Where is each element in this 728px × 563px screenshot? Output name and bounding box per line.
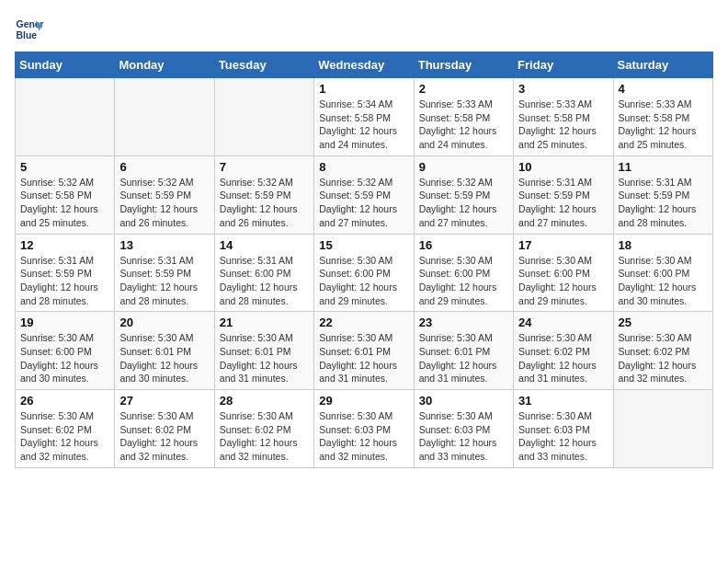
calendar-cell — [214, 78, 313, 156]
day-number: 26 — [20, 394, 109, 408]
day-number: 10 — [518, 160, 608, 174]
calendar-cell: 19Sunrise: 5:30 AM Sunset: 6:00 PM Dayli… — [16, 312, 115, 390]
day-number: 16 — [419, 238, 508, 252]
day-info: Sunrise: 5:30 AM Sunset: 6:02 PM Dayligh… — [619, 331, 708, 385]
day-number: 22 — [319, 316, 408, 329]
calendar-cell: 21Sunrise: 5:30 AM Sunset: 6:01 PM Dayli… — [214, 312, 313, 390]
day-info: Sunrise: 5:30 AM Sunset: 6:01 PM Dayligh… — [419, 331, 508, 385]
calendar-cell: 24Sunrise: 5:30 AM Sunset: 6:02 PM Dayli… — [514, 312, 613, 390]
calendar-cell: 7Sunrise: 5:32 AM Sunset: 5:59 PM Daylig… — [214, 155, 313, 234]
day-number: 17 — [518, 238, 608, 252]
weekday-header-thursday: Thursday — [414, 52, 513, 78]
day-info: Sunrise: 5:30 AM Sunset: 6:02 PM Dayligh… — [119, 409, 209, 464]
day-number: 14 — [220, 238, 309, 252]
logo: General Blue — [15, 15, 48, 44]
calendar-cell: 1Sunrise: 5:34 AM Sunset: 5:58 PM Daylig… — [314, 78, 414, 156]
day-info: Sunrise: 5:32 AM Sunset: 5:59 PM Dayligh… — [319, 176, 408, 230]
calendar-cell: 9Sunrise: 5:32 AM Sunset: 5:59 PM Daylig… — [414, 155, 513, 234]
calendar-cell: 15Sunrise: 5:30 AM Sunset: 6:00 PM Dayli… — [314, 234, 414, 312]
svg-text:Blue: Blue — [17, 30, 38, 40]
day-info: Sunrise: 5:30 AM Sunset: 6:02 PM Dayligh… — [518, 331, 608, 385]
weekday-header-tuesday: Tuesday — [214, 52, 313, 78]
day-number: 21 — [220, 316, 309, 329]
calendar-cell: 2Sunrise: 5:33 AM Sunset: 5:58 PM Daylig… — [414, 78, 513, 156]
day-info: Sunrise: 5:33 AM Sunset: 5:58 PM Dayligh… — [619, 98, 708, 152]
day-number: 13 — [119, 238, 209, 252]
day-info: Sunrise: 5:30 AM Sunset: 6:03 PM Dayligh… — [419, 409, 508, 464]
day-info: Sunrise: 5:30 AM Sunset: 6:00 PM Dayligh… — [619, 254, 708, 308]
calendar-cell: 18Sunrise: 5:30 AM Sunset: 6:00 PM Dayli… — [613, 234, 712, 312]
day-info: Sunrise: 5:31 AM Sunset: 6:00 PM Dayligh… — [220, 254, 309, 308]
day-info: Sunrise: 5:32 AM Sunset: 5:59 PM Dayligh… — [419, 176, 508, 230]
day-info: Sunrise: 5:31 AM Sunset: 5:59 PM Dayligh… — [20, 254, 109, 308]
day-info: Sunrise: 5:30 AM Sunset: 6:01 PM Dayligh… — [319, 331, 408, 385]
day-info: Sunrise: 5:34 AM Sunset: 5:58 PM Dayligh… — [319, 98, 408, 152]
calendar-cell: 17Sunrise: 5:30 AM Sunset: 6:00 PM Dayli… — [514, 234, 613, 312]
day-number: 6 — [119, 160, 209, 174]
day-info: Sunrise: 5:32 AM Sunset: 5:59 PM Dayligh… — [220, 176, 309, 230]
calendar-cell: 3Sunrise: 5:33 AM Sunset: 5:58 PM Daylig… — [514, 78, 613, 156]
calendar-cell — [115, 78, 214, 156]
day-info: Sunrise: 5:31 AM Sunset: 5:59 PM Dayligh… — [619, 176, 708, 230]
calendar-cell: 28Sunrise: 5:30 AM Sunset: 6:02 PM Dayli… — [214, 390, 313, 468]
day-info: Sunrise: 5:30 AM Sunset: 6:00 PM Dayligh… — [419, 254, 508, 308]
calendar-cell: 27Sunrise: 5:30 AM Sunset: 6:02 PM Dayli… — [115, 390, 214, 468]
calendar-cell: 25Sunrise: 5:30 AM Sunset: 6:02 PM Dayli… — [613, 312, 712, 390]
calendar-cell: 29Sunrise: 5:30 AM Sunset: 6:03 PM Dayli… — [314, 390, 414, 468]
calendar-cell: 14Sunrise: 5:31 AM Sunset: 6:00 PM Dayli… — [214, 234, 313, 312]
day-number: 25 — [619, 316, 708, 329]
calendar-cell: 13Sunrise: 5:31 AM Sunset: 5:59 PM Dayli… — [115, 234, 214, 312]
day-info: Sunrise: 5:30 AM Sunset: 6:02 PM Dayligh… — [220, 409, 309, 464]
day-number: 1 — [319, 82, 408, 96]
calendar-cell: 20Sunrise: 5:30 AM Sunset: 6:01 PM Dayli… — [115, 312, 214, 390]
day-number: 8 — [319, 160, 408, 174]
day-number: 4 — [619, 82, 708, 96]
calendar-cell: 8Sunrise: 5:32 AM Sunset: 5:59 PM Daylig… — [314, 155, 414, 234]
day-info: Sunrise: 5:33 AM Sunset: 5:58 PM Dayligh… — [419, 98, 508, 152]
day-info: Sunrise: 5:30 AM Sunset: 6:03 PM Dayligh… — [319, 409, 408, 464]
weekday-header-sunday: Sunday — [16, 52, 115, 78]
calendar-cell: 22Sunrise: 5:30 AM Sunset: 6:01 PM Dayli… — [314, 312, 414, 390]
calendar-cell: 30Sunrise: 5:30 AM Sunset: 6:03 PM Dayli… — [414, 390, 513, 468]
day-number: 31 — [518, 394, 608, 408]
day-number: 30 — [419, 394, 508, 408]
day-number: 2 — [419, 82, 508, 96]
day-info: Sunrise: 5:30 AM Sunset: 6:00 PM Dayligh… — [319, 254, 408, 308]
day-info: Sunrise: 5:30 AM Sunset: 6:01 PM Dayligh… — [220, 331, 309, 385]
calendar-cell: 12Sunrise: 5:31 AM Sunset: 5:59 PM Dayli… — [16, 234, 115, 312]
day-number: 20 — [119, 316, 209, 329]
calendar-cell: 31Sunrise: 5:30 AM Sunset: 6:03 PM Dayli… — [514, 390, 613, 468]
day-number: 15 — [319, 238, 408, 252]
day-number: 7 — [220, 160, 309, 174]
weekday-header-friday: Friday — [514, 52, 613, 78]
day-number: 12 — [20, 238, 109, 252]
day-info: Sunrise: 5:30 AM Sunset: 6:00 PM Dayligh… — [20, 331, 109, 385]
day-number: 24 — [518, 316, 608, 329]
calendar-cell: 10Sunrise: 5:31 AM Sunset: 5:59 PM Dayli… — [514, 155, 613, 234]
day-info: Sunrise: 5:30 AM Sunset: 6:02 PM Dayligh… — [20, 409, 109, 464]
day-number: 27 — [119, 394, 209, 408]
calendar-cell: 23Sunrise: 5:30 AM Sunset: 6:01 PM Dayli… — [414, 312, 513, 390]
calendar-cell: 4Sunrise: 5:33 AM Sunset: 5:58 PM Daylig… — [613, 78, 712, 156]
day-number: 19 — [20, 316, 109, 329]
weekday-header-wednesday: Wednesday — [314, 52, 414, 78]
day-info: Sunrise: 5:32 AM Sunset: 5:58 PM Dayligh… — [20, 176, 109, 230]
day-number: 5 — [20, 160, 109, 174]
day-number: 9 — [419, 160, 508, 174]
day-info: Sunrise: 5:30 AM Sunset: 6:01 PM Dayligh… — [119, 331, 209, 385]
day-info: Sunrise: 5:30 AM Sunset: 6:00 PM Dayligh… — [518, 254, 608, 308]
day-info: Sunrise: 5:32 AM Sunset: 5:59 PM Dayligh… — [119, 176, 209, 230]
day-number: 23 — [419, 316, 508, 329]
weekday-header-monday: Monday — [115, 52, 214, 78]
calendar-table: SundayMondayTuesdayWednesdayThursdayFrid… — [15, 52, 713, 468]
day-number: 18 — [619, 238, 708, 252]
day-info: Sunrise: 5:33 AM Sunset: 5:58 PM Dayligh… — [518, 98, 608, 152]
day-info: Sunrise: 5:31 AM Sunset: 5:59 PM Dayligh… — [518, 176, 608, 230]
day-number: 28 — [220, 394, 309, 408]
calendar-cell: 6Sunrise: 5:32 AM Sunset: 5:59 PM Daylig… — [115, 155, 214, 234]
day-number: 29 — [319, 394, 408, 408]
day-info: Sunrise: 5:31 AM Sunset: 5:59 PM Dayligh… — [119, 254, 209, 308]
calendar-cell — [16, 78, 115, 156]
calendar-cell: 26Sunrise: 5:30 AM Sunset: 6:02 PM Dayli… — [16, 390, 115, 468]
day-info: Sunrise: 5:30 AM Sunset: 6:03 PM Dayligh… — [518, 409, 608, 464]
